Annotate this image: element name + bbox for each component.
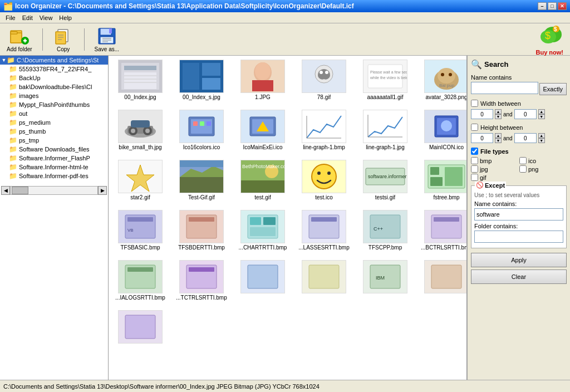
ft-jpg-checkbox[interactable] <box>471 165 478 173</box>
scroll-right[interactable]: ▶ <box>98 186 107 195</box>
icon-cell[interactable]: 00_Index_s.jpg <box>171 57 232 107</box>
tree-item[interactable]: 📁 Myppt_FlashPoint\thumbs <box>0 100 108 109</box>
icon-cell[interactable] <box>293 257 355 307</box>
icon-cell[interactable]: BethPhotoMaker.com test.gif <box>232 157 293 207</box>
height-min-input[interactable] <box>471 133 493 143</box>
width-max-up[interactable]: ▲ <box>538 109 545 114</box>
close-button[interactable]: ✕ <box>558 2 567 10</box>
width-min-down[interactable]: ▼ <box>495 114 502 119</box>
icon-cell[interactable] <box>110 307 171 357</box>
icon-cell[interactable]: ...CHARTRTTI.bmp <box>232 207 293 257</box>
scrollbar-thumb[interactable] <box>12 187 28 194</box>
icon-cell[interactable]: fstree.bmp <box>416 157 467 207</box>
name-contains-input[interactable] <box>471 82 538 94</box>
width-max-down[interactable]: ▼ <box>538 114 545 119</box>
height-checkbox[interactable] <box>471 124 478 131</box>
icon-cell[interactable]: ...IALOGSRTTI.bmp <box>110 257 171 307</box>
tree-item[interactable]: 📁 images <box>0 91 108 100</box>
buy-now-button[interactable]: $ $ Buy now! <box>533 22 567 57</box>
except-folder-input[interactable] <box>474 231 563 243</box>
ft-ico-checkbox[interactable] <box>519 157 527 164</box>
minimize-button[interactable]: – <box>538 2 547 10</box>
menu-file[interactable]: File <box>2 14 19 22</box>
except-section: 🚫 Except Use ; to set several values Nam… <box>471 185 567 248</box>
tree-item[interactable]: 📁 ps_thumb <box>0 127 108 136</box>
icon-thumbnail <box>179 260 224 293</box>
icon-thumbnail <box>302 260 346 293</box>
tree-item[interactable]: 📁 out <box>0 109 108 118</box>
scroll-left[interactable]: ◀ <box>1 186 10 195</box>
icon-cell[interactable]: 00_Index.jpg <box>110 57 171 107</box>
icon-cell[interactable]: VB TFSBASIC.bmp <box>110 207 171 257</box>
icon-cell[interactable]: test.ico <box>293 157 355 207</box>
icon-cell[interactable]: software.informer testsi.gif <box>355 157 416 207</box>
height-max-down[interactable]: ▼ <box>538 138 545 143</box>
icon-cell[interactable]: Please wait a few seconds while the vide… <box>355 57 416 107</box>
svg-rect-5 <box>24 39 26 43</box>
menu-view[interactable]: View <box>36 14 56 22</box>
ft-gif-checkbox[interactable] <box>471 174 478 181</box>
maximize-button[interactable]: □ <box>548 2 557 10</box>
tree-panel[interactable]: ▼ 📁 C:\Documents and Settings\St 📁 55593… <box>0 56 109 380</box>
icon-cell[interactable]: MainICON.ico <box>416 107 467 157</box>
height-min-up[interactable]: ▲ <box>495 133 502 138</box>
apply-button[interactable]: Apply <box>471 253 567 267</box>
save-as-button[interactable]: Save as... <box>91 25 122 53</box>
buy-now-label: Buy now! <box>536 49 564 56</box>
tree-item[interactable]: 📁 Software.Informer-pdf-tes <box>0 171 108 180</box>
svg-text:software.informer: software.informer <box>368 174 407 179</box>
icon-cell[interactable]: C++ TFSCPP.bmp <box>355 207 416 257</box>
icon-cell[interactable] <box>416 257 467 307</box>
height-min-down[interactable]: ▼ <box>495 138 502 143</box>
tree-item[interactable]: 📁 Software Downloads_files <box>0 145 108 154</box>
icon-cell[interactable]: IcoMainExEi.ico <box>232 107 293 157</box>
search-header: 🔍 Search <box>471 59 567 70</box>
tree-item[interactable]: 📁 55593378FR4_7_22\FR4_ <box>0 65 108 74</box>
clear-button[interactable]: Clear <box>471 270 567 284</box>
icon-cell[interactable]: Ico16colors.ico <box>171 107 232 157</box>
icon-cell[interactable]: bike_small_th.jpg <box>110 107 171 157</box>
tree-item[interactable]: 📁 Software.Informer_FlashP <box>0 154 108 163</box>
icon-cell[interactable]: 78.gif <box>293 57 355 107</box>
tree-item[interactable]: 📁 ps_medium <box>0 118 108 127</box>
icon-cell[interactable]: ...TCTRLSRTTI.bmp <box>171 257 232 307</box>
icon-grid-panel[interactable]: 00_Index.jpg 00_Index_s.jpg <box>109 56 467 380</box>
add-folder-button[interactable]: Add folder <box>3 25 36 53</box>
ft-bmp-label: bmp <box>480 158 492 164</box>
tree-item[interactable]: 📁 bak\Downloadtube-Files\Cl <box>0 82 108 91</box>
width-max-input[interactable] <box>514 109 537 119</box>
width-checkbox[interactable] <box>471 100 478 107</box>
svg-point-103 <box>312 164 336 189</box>
tree-item[interactable]: 📁 ps_tmp <box>0 136 108 145</box>
tree-root-item[interactable]: ▼ 📁 C:\Documents and Settings\St <box>0 56 108 65</box>
width-min-input[interactable] <box>471 109 493 119</box>
icon-cell[interactable]: IBM <box>355 257 416 307</box>
icon-cell[interactable]: line-graph-1.jpg <box>355 107 416 157</box>
height-max-up[interactable]: ▲ <box>538 133 545 138</box>
icon-cell[interactable] <box>232 257 293 307</box>
icon-cell[interactable]: star2.gif <box>110 157 171 207</box>
icon-cell[interactable]: ...BCTRLSRTTI.bmp <box>416 207 467 257</box>
except-name-input[interactable] <box>474 208 563 220</box>
icon-label: TFSBASIC.bmp <box>120 244 160 251</box>
icon-cell[interactable]: line-graph-1.bmp <box>293 107 355 157</box>
height-max-input[interactable] <box>514 133 537 143</box>
file-types-checkbox[interactable] <box>471 148 478 155</box>
tree-item[interactable]: 📁 BackUp <box>0 74 108 82</box>
ft-bmp-checkbox[interactable] <box>471 157 478 164</box>
ft-png-checkbox[interactable] <box>519 165 527 173</box>
icon-cell[interactable]: ...LASSESRTTI.bmp <box>293 207 355 257</box>
icon-cell[interactable]: Bal pup avatar_3028.png <box>416 57 467 107</box>
icon-cell[interactable]: Test-Gif.gif <box>171 157 232 207</box>
menu-help[interactable]: Help <box>56 14 75 22</box>
icon-thumbnail: software.informer <box>363 160 407 193</box>
icon-thumbnail: Please wait a few seconds while the vide… <box>363 60 407 93</box>
exactly-button[interactable]: Exactly <box>539 83 567 95</box>
copy-button[interactable]: Copy <box>50 25 77 53</box>
width-min-up[interactable]: ▲ <box>495 109 502 114</box>
menu-edit[interactable]: Edit <box>19 14 36 22</box>
icon-cell[interactable]: 1.JPG <box>232 57 293 107</box>
icon-thumbnail <box>424 160 467 193</box>
icon-cell[interactable]: TFSBDERTTI.bmp <box>171 207 232 257</box>
tree-item[interactable]: 📁 Software.Informer-html-te <box>0 163 108 171</box>
